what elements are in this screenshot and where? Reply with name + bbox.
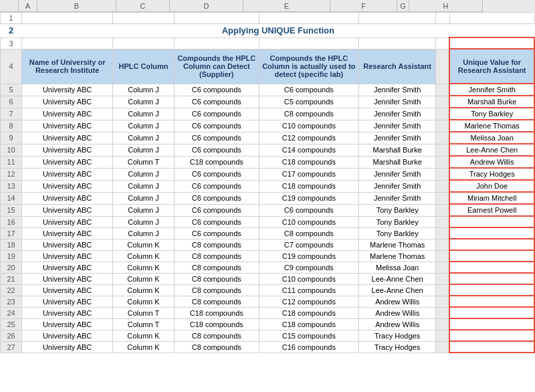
table-row: 24 University ABC Column T C18 compounds… [1, 307, 535, 318]
cell-detect-supplier: C6 compounds [175, 144, 259, 156]
cell-unique [449, 318, 534, 330]
cell-detect-lab: C18 compounds [259, 307, 359, 318]
row-num: 26 [1, 330, 22, 341]
col-letter-e: E [243, 0, 330, 12]
table-row: 5 University ABC Column J C6 compounds C… [1, 84, 535, 96]
row-num: 15 [1, 204, 22, 216]
cell-g [436, 96, 450, 108]
cell-hplc: Column J [112, 96, 174, 108]
col-letter-b: B [37, 0, 116, 12]
cell-detect-lab: C11 compounds [259, 284, 359, 296]
cell-unique: Marlene Thomas [449, 120, 534, 132]
cell-hplc: Column J [112, 192, 174, 204]
col-letter-a: A [19, 0, 37, 12]
header-name: Name of University or Research Institute [22, 49, 113, 84]
table-row: 21 University ABC Column K C8 compounds … [1, 273, 535, 284]
cell-unique [449, 250, 534, 262]
row-num: 4 [1, 49, 22, 84]
cell-detect-supplier: C6 compounds [175, 180, 259, 192]
table-row: 7 University ABC Column J C6 compounds C… [1, 108, 535, 120]
cell [436, 13, 450, 24]
row-num: 25 [1, 318, 22, 330]
cell-g [436, 250, 450, 262]
cell-detect-supplier: C6 compounds [175, 168, 259, 180]
cell-hplc: Column J [112, 84, 174, 96]
cell [449, 37, 534, 49]
cell-name: University ABC [22, 144, 113, 156]
row-num: 21 [1, 273, 22, 284]
row-num: 1 [1, 13, 22, 24]
row-num: 3 [1, 37, 22, 49]
cell-unique: Miriam Mitchell [449, 192, 534, 204]
cell-detect-lab: C5 compounds [259, 96, 359, 108]
cell-unique [449, 239, 534, 250]
cell-assistant: Tracy Hodges [359, 341, 436, 353]
cell-detect-lab: C12 compounds [259, 296, 359, 307]
cell-unique [449, 216, 534, 227]
cell-detect-lab: C10 compounds [259, 120, 359, 132]
cell-name: University ABC [22, 216, 113, 227]
cell-assistant: Lee-Anne Chen [359, 273, 436, 284]
cell-detect-lab: C19 compounds [259, 250, 359, 262]
cell-hplc: Column J [112, 204, 174, 216]
row-num: 13 [1, 180, 22, 192]
cell-assistant: Marlene Thomas [359, 250, 436, 262]
cell-detect-lab: C6 compounds [259, 204, 359, 216]
cell [112, 37, 174, 49]
table-row: 27 University ABC Column K C8 compounds … [1, 341, 535, 353]
cell-hplc: Column K [112, 262, 174, 273]
row-num: 8 [1, 120, 22, 132]
cell-g [436, 273, 450, 284]
cell-assistant: Tracy Hodges [359, 330, 436, 341]
cell-name: University ABC [22, 180, 113, 192]
cell-unique [449, 227, 534, 239]
cell-assistant: Jennifer Smith [359, 168, 436, 180]
cell-assistant: Lee-Anne Chen [359, 284, 436, 296]
cell-detect-supplier: C6 compounds [175, 108, 259, 120]
cell-name: University ABC [22, 284, 113, 296]
cell [359, 37, 436, 49]
cell-assistant: Marlene Thomas [359, 239, 436, 250]
cell-hplc: Column K [112, 273, 174, 284]
row-num: 9 [1, 132, 22, 144]
cell-g [436, 168, 450, 180]
cell-unique: Tracy Hodges [449, 168, 534, 180]
cell-detect-supplier: C8 compounds [175, 296, 259, 307]
table-row: 12 University ABC Column J C6 compounds … [1, 168, 535, 180]
header-assistant: Research Assistant [359, 49, 436, 84]
cell-assistant: Tony Barkley [359, 216, 436, 227]
cell [175, 13, 259, 24]
cell-detect-lab: C17 compounds [259, 168, 359, 180]
cell-name: University ABC [22, 318, 113, 330]
table-row: 13 University ABC Column J C6 compounds … [1, 180, 535, 192]
cell-name: University ABC [22, 296, 113, 307]
cell-hplc: Column K [112, 296, 174, 307]
cell-assistant: Andrew Willis [359, 318, 436, 330]
cell-unique: Melissa Joan [449, 132, 534, 144]
cell-assistant: Andrew Willis [359, 307, 436, 318]
cell-detect-supplier: C18 compounds [175, 156, 259, 168]
row-num: 14 [1, 192, 22, 204]
cell-assistant: Tony Barkley [359, 227, 436, 239]
table-row: 25 University ABC Column T C18 compounds… [1, 318, 535, 330]
cell-detect-supplier: C6 compounds [175, 192, 259, 204]
cell-name: University ABC [22, 227, 113, 239]
cell-unique [449, 262, 534, 273]
cell-g [436, 120, 450, 132]
row-num: 23 [1, 296, 22, 307]
table-row: 8 University ABC Column J C6 compounds C… [1, 120, 535, 132]
spreadsheet-title: Applying UNIQUE Function [22, 24, 534, 38]
header-hplc: HPLC Column [112, 49, 174, 84]
cell-detect-lab: C16 compounds [259, 341, 359, 353]
cell-name: University ABC [22, 341, 113, 353]
row-num: 16 [1, 216, 22, 227]
corner-cell [0, 0, 19, 12]
cell-unique [449, 273, 534, 284]
cell-unique: Earnest Powell [449, 204, 534, 216]
cell-g [436, 296, 450, 307]
cell-name: University ABC [22, 192, 113, 204]
cell-detect-supplier: C8 compounds [175, 273, 259, 284]
table-row: 11 University ABC Column T C18 compounds… [1, 156, 535, 168]
cell-detect-supplier: C6 compounds [175, 96, 259, 108]
table-row: 17 University ABC Column J C6 compounds … [1, 227, 535, 239]
